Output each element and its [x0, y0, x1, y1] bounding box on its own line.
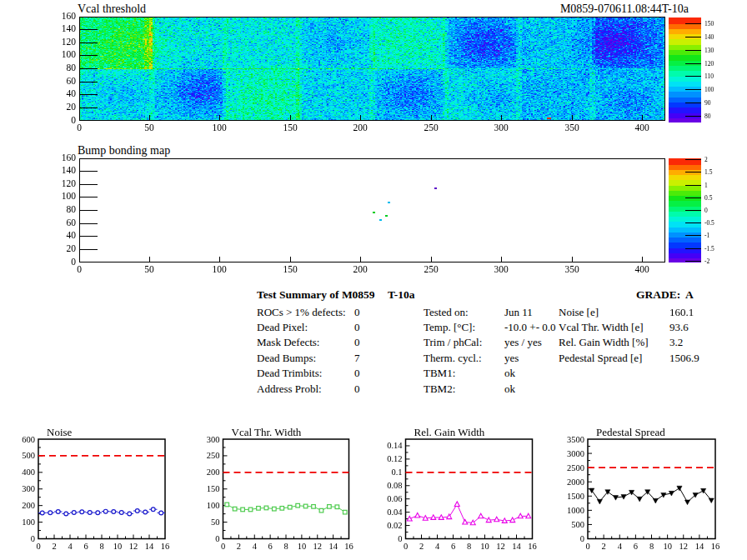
y-tick-label: 0.14 [387, 441, 403, 450]
data-point [454, 502, 459, 507]
x-tick-label: 8 [283, 542, 288, 551]
chart-rel-gain-width: Rel. Gain Width00.020.040.060.080.10.120… [387, 426, 537, 551]
y-tick-label: 600 [22, 435, 35, 444]
data-point [280, 507, 284, 511]
data-point [103, 509, 108, 513]
data-point [56, 510, 60, 514]
data-point [273, 507, 277, 511]
data-point [80, 510, 84, 514]
data-point [518, 513, 523, 518]
y-tick-label: 1500 [567, 492, 584, 501]
y-tick-label: 0.08 [387, 481, 402, 490]
x-tick-label: 12 [313, 542, 323, 551]
data-point [423, 516, 428, 521]
y-tick-label: 500 [22, 451, 35, 460]
x-tick-label: 0 [221, 542, 225, 551]
x-tick-label: 2 [602, 542, 606, 551]
x-tick-label: 2 [237, 542, 241, 551]
data-point [241, 508, 245, 512]
data-point [470, 520, 475, 525]
x-tick-label: 12 [129, 542, 138, 551]
data-point [526, 513, 531, 518]
data-point [48, 511, 53, 515]
x-tick-label: 14 [512, 542, 521, 551]
data-point [407, 516, 412, 521]
trend-charts-layer: Noise01002003004005006000246810121416Vca… [0, 0, 747, 560]
data-point [494, 517, 499, 522]
y-tick-label: 0 [31, 534, 35, 543]
chart-noise: Noise01002003004005006000246810121416 [22, 426, 169, 551]
data-point [510, 518, 515, 522]
data-point [233, 507, 237, 511]
y-tick-label: 0.04 [387, 508, 403, 517]
x-tick-label: 10 [298, 542, 307, 551]
data-point [257, 507, 261, 511]
x-tick-label: 16 [344, 542, 353, 551]
chart-frame [406, 439, 533, 539]
data-point [637, 497, 642, 502]
data-point [72, 511, 76, 515]
x-tick-label: 6 [83, 542, 88, 551]
y-tick-label: 0 [215, 534, 219, 543]
y-tick-label: 50 [211, 518, 220, 527]
data-point [264, 506, 268, 510]
data-point [439, 515, 444, 520]
x-tick-label: 12 [679, 542, 689, 551]
chart-frame [588, 439, 715, 539]
data-point [319, 508, 323, 512]
module-test-report: Vcal threshold M0859-070611.08:44T-10a 0… [0, 0, 747, 560]
x-tick-label: 10 [113, 542, 123, 551]
data-point [653, 498, 658, 503]
chart-vcal-thr-width: Vcal Thr. Width0501001502002503000246810… [207, 426, 353, 551]
chart-frame [223, 439, 349, 539]
y-tick-label: 0 [398, 534, 402, 543]
x-tick-label: 14 [328, 542, 338, 551]
data-point [88, 511, 92, 515]
data-point [143, 510, 148, 514]
data-point [288, 505, 292, 509]
y-tick-label: 200 [22, 501, 35, 510]
x-tick-label: 4 [68, 542, 73, 551]
y-tick-label: 100 [22, 518, 35, 527]
x-tick-label: 2 [419, 542, 424, 551]
x-tick-label: 0 [585, 542, 589, 551]
data-point [486, 518, 491, 522]
chart-title: Noise [47, 426, 73, 438]
data-point [463, 519, 468, 524]
y-tick-label: 400 [22, 468, 35, 477]
y-tick-label: 2500 [567, 463, 584, 472]
y-tick-label: 300 [22, 484, 35, 493]
data-point [312, 505, 316, 509]
x-tick-label: 10 [480, 542, 489, 551]
x-tick-label: 2 [52, 542, 56, 551]
x-tick-label: 6 [634, 542, 638, 551]
data-point [502, 518, 507, 523]
data-point [677, 486, 682, 491]
data-point [40, 511, 44, 515]
y-tick-label: 3500 [567, 435, 584, 444]
x-tick-label: 4 [435, 542, 440, 551]
x-tick-label: 14 [145, 542, 154, 551]
data-point [661, 492, 666, 498]
y-tick-label: 250 [207, 451, 220, 460]
x-tick-label: 8 [649, 542, 654, 551]
data-point [335, 505, 339, 509]
y-tick-label: 0 [580, 534, 584, 543]
y-tick-label: 150 [207, 484, 220, 493]
data-point [296, 503, 300, 508]
data-point [684, 500, 689, 505]
data-point [431, 515, 436, 520]
x-tick-label: 16 [711, 542, 720, 551]
data-point [159, 511, 163, 515]
data-point [151, 508, 155, 512]
data-point [64, 512, 68, 516]
x-tick-label: 6 [451, 542, 455, 551]
y-tick-label: 3000 [567, 449, 584, 458]
x-tick-label: 4 [618, 542, 623, 551]
data-point [303, 504, 308, 508]
data-point [112, 510, 116, 514]
y-tick-label: 500 [571, 520, 584, 529]
x-tick-label: 16 [528, 542, 537, 551]
data-point [128, 512, 132, 516]
y-tick-label: 0.06 [387, 494, 402, 503]
